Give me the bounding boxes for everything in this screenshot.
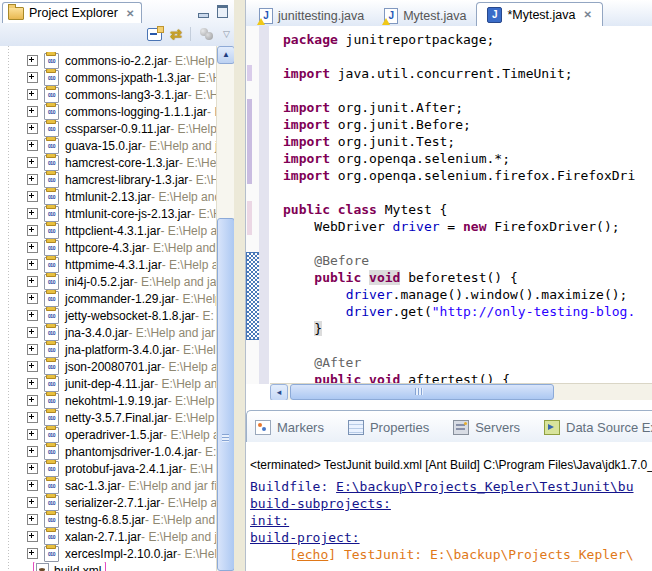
tree-item[interactable]: 010commons-jxpath-1.3.jar - E:\H (0, 69, 234, 86)
tree-item[interactable]: 010operadriver-1.5.jar - E:\Help a (0, 426, 234, 443)
expand-icon[interactable] (27, 395, 38, 406)
expand-icon[interactable] (27, 89, 38, 100)
expand-icon[interactable] (27, 174, 38, 185)
expand-icon[interactable] (27, 480, 38, 491)
view-menu-icon[interactable]: ▽ (223, 30, 230, 39)
expand-icon[interactable] (27, 242, 38, 253)
tree-item[interactable]: 010protobuf-java-2.4.1.jar - E:\H (0, 460, 234, 477)
expand-icon[interactable] (27, 378, 38, 389)
close-icon[interactable]: ✕ (583, 9, 591, 20)
expand-icon[interactable] (27, 293, 38, 304)
expand-icon[interactable] (27, 208, 38, 219)
tree-item[interactable]: 010commons-logging-1.1.1.jar - E (0, 103, 234, 120)
expand-icon[interactable] (27, 106, 38, 117)
tree-item[interactable]: 010commons-io-2.2.jar - E:\Help a (0, 52, 234, 69)
expand-icon[interactable] (27, 361, 38, 372)
minimize-button[interactable] (198, 4, 207, 22)
expand-icon[interactable] (27, 157, 38, 168)
java-editor[interactable]: package junitreportpackage;import java.u… (246, 26, 652, 400)
tree-item[interactable]: 010xercesImpl-2.10.0.jar - E:\Hel (0, 545, 234, 562)
expand-icon[interactable] (27, 497, 38, 508)
tree-item[interactable]: 010serializer-2.7.1.jar - E:\Help ar (0, 494, 234, 511)
expand-icon[interactable] (27, 446, 38, 457)
tree-item[interactable]: 010testng-6.8.5.jar - E:\Help and (0, 511, 234, 528)
tree-item-label: commons-lang3-3.1.jar (65, 88, 188, 102)
jar-icon: 010 (44, 172, 59, 188)
jar-icon: 010 (44, 104, 59, 120)
expand-icon[interactable] (27, 191, 38, 202)
tree-item[interactable]: 010nekohtml-1.9.19.jar - E:\Help (0, 392, 234, 409)
tree-item[interactable]: 010httpclient-4.3.1.jar - E:\Help a (0, 222, 234, 239)
project-explorer-tab[interactable]: Project Explorer ✕ (2, 2, 142, 23)
console-hyperlink[interactable]: init: (250, 513, 289, 528)
expand-icon[interactable] (27, 140, 38, 151)
expand-icon[interactable] (27, 276, 38, 287)
tree-item[interactable]: 010hamcrest-library-1.3.jar - E:\H (0, 171, 234, 188)
bottom-tab-properties[interactable]: Properties (348, 420, 429, 435)
expand-icon[interactable] (27, 259, 38, 270)
expand-icon[interactable] (27, 514, 38, 525)
editor-tab[interactable]: J*Mytest.java✕ (476, 2, 602, 27)
console-hyperlink[interactable]: build-project: (250, 530, 360, 545)
tree-item[interactable]: 010htmlunit-2.13.jar - E:\Help and (0, 188, 234, 205)
tree-item[interactable]: 010xalan-2.7.1.jar - E:\Help and j (0, 528, 234, 545)
console-view[interactable]: <terminated> TestJunit build.xml [Ant Bu… (246, 442, 652, 571)
gears-icon[interactable] (199, 28, 215, 40)
tree-item[interactable]: 010httpcore-4.3.jar - E:\Help and (0, 239, 234, 256)
scroll-up-icon[interactable]: ▲ (217, 46, 234, 64)
panel-sash[interactable] (234, 0, 245, 571)
expand-icon[interactable] (27, 55, 38, 66)
tree-item[interactable]: 010jna-platform-3.4.0.jar - E:\Hel (0, 341, 234, 358)
collapse-all-icon[interactable] (147, 28, 162, 41)
expand-icon[interactable] (27, 72, 38, 83)
annotation-ruler[interactable] (246, 26, 259, 384)
expand-icon[interactable] (27, 123, 38, 134)
tree-item[interactable]: 010ini4j-0.5.2.jar - E:\Help and jar (0, 273, 234, 290)
expand-icon[interactable] (27, 412, 38, 423)
tree-item[interactable]: 010sac-1.3.jar - E:\Help and jar fil (0, 477, 234, 494)
tree-item[interactable]: 010httpmime-4.3.1.jar - E:\Help a (0, 256, 234, 273)
tree-item[interactable]: 010netty-3.5.7.Final.jar - E:\Help (0, 409, 234, 426)
tree-item-selected[interactable]: build.xml (0, 562, 234, 571)
close-icon[interactable]: ✕ (126, 8, 134, 19)
console-hyperlink[interactable]: echo (297, 547, 328, 562)
expand-icon[interactable] (27, 531, 38, 542)
editor-tab[interactable]: JMytest.java (374, 5, 476, 26)
expand-icon[interactable] (27, 463, 38, 474)
tree-item-qualifier: - E:\Hel (179, 156, 219, 170)
tree-item[interactable]: 010jna-3.4.0.jar - E:\Help and jar (0, 324, 234, 341)
tree-item[interactable]: 010hamcrest-core-1.3.jar - E:\Hel (0, 154, 234, 171)
tree-scrollbar[interactable]: ▲ (216, 46, 234, 571)
tree-item[interactable]: 010htmlunit-core-js-2.13.jar - E:\H (0, 205, 234, 222)
expand-icon[interactable] (27, 310, 38, 321)
maximize-button[interactable] (217, 4, 228, 22)
expand-icon[interactable] (27, 327, 38, 338)
scrollbar-thumb[interactable] (290, 384, 554, 400)
tree-item[interactable]: 010guava-15.0.jar - E:\Help and j (0, 137, 234, 154)
bottom-tab-data-source-explorer[interactable]: Data Source Explorer (544, 420, 652, 435)
ant-buildfile-icon (36, 563, 49, 571)
tree-item[interactable]: 010jcommander-1.29.jar - E:\Help (0, 290, 234, 307)
scrollbar-thumb[interactable] (217, 218, 234, 571)
tree-item[interactable]: 010jetty-websocket-8.1.8.jar - E: (0, 307, 234, 324)
jar-icon: 010 (44, 70, 59, 86)
scroll-left-icon[interactable]: ◂ (270, 384, 288, 400)
code-area[interactable]: package junitreportpackage;import java.u… (269, 26, 652, 389)
tree-item[interactable]: 010cssparser-0.9.11.jar - E:\Help (0, 120, 234, 137)
link-with-editor-icon[interactable]: ⇄ (170, 27, 182, 41)
tree-item[interactable]: 010phantomjsdriver-1.0.4.jar - E: (0, 443, 234, 460)
project-explorer-tree[interactable]: 010commons-io-2.2.jar - E:\Help a010comm… (0, 46, 234, 571)
bottom-tab-markers[interactable]: Markers (255, 420, 324, 435)
expand-icon[interactable] (27, 429, 38, 440)
editor-tab[interactable]: Jjunittesting.java (249, 5, 374, 26)
bottom-tab-servers[interactable]: Servers (453, 420, 520, 435)
editor-hscrollbar[interactable]: ◂ (270, 383, 652, 400)
tree-item[interactable]: 010json-20080701.jar - E:\Help ar (0, 358, 234, 375)
console-hyperlink[interactable]: E:\backup\Projects_Kepler\TestJunit\bu (336, 479, 633, 494)
expand-icon[interactable] (27, 548, 38, 559)
expand-icon[interactable] (27, 344, 38, 355)
console-hyperlink[interactable]: build-subprojects: (250, 496, 391, 511)
tree-item[interactable]: 010junit-dep-4.11.jar - E:\Help an (0, 375, 234, 392)
tree-item[interactable]: 010commons-lang3-3.1.jar - E:\He (0, 86, 234, 103)
expand-icon[interactable] (27, 225, 38, 236)
